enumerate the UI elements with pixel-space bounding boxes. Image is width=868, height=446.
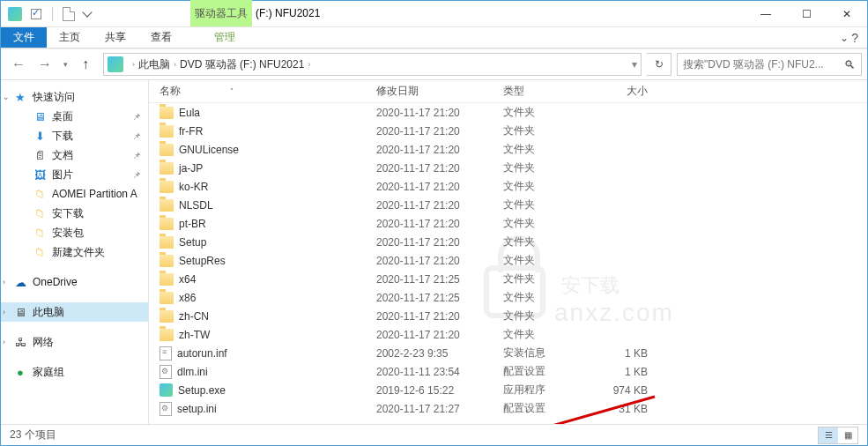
- file-row[interactable]: Eula2020-11-17 21:20文件夹: [149, 103, 867, 122]
- file-name: SetupRes: [179, 255, 226, 267]
- file-list[interactable]: Eula2020-11-17 21:20文件夹fr-FR2020-11-17 2…: [149, 103, 867, 424]
- col-header-date[interactable]: 修改日期: [376, 84, 503, 99]
- tab-share[interactable]: 共享: [93, 27, 138, 48]
- sidebar-network[interactable]: ›🖧︎网络: [1, 332, 148, 352]
- file-row[interactable]: Setup.exe2019-12-6 15:22应用程序974 KB: [149, 381, 867, 399]
- refresh-button[interactable]: ↻: [647, 53, 671, 76]
- file-size: 974 KB: [595, 384, 665, 397]
- file-date: 2020-11-17 21:20: [376, 162, 503, 175]
- address-bar[interactable]: › 此电脑 › DVD 驱动器 (F:) NFU2021 › ▾: [103, 53, 642, 76]
- file-row[interactable]: Setup2020-11-17 21:20文件夹: [149, 233, 867, 251]
- title-bar: 驱动器工具 DVD 驱动器 (F:) NFU2021 — ☐ ✕: [1, 1, 867, 27]
- sidebar-homegroup[interactable]: ●家庭组: [1, 362, 148, 382]
- view-details-button[interactable]: ☰: [819, 427, 838, 443]
- sidebar-anxiazai[interactable]: 📁︎安下载: [1, 204, 148, 223]
- file-row[interactable]: ja-JP2020-11-17 21:20文件夹: [149, 159, 867, 177]
- chevron-right-icon[interactable]: ›: [174, 60, 176, 69]
- sidebar-downloads[interactable]: ⬇下载📌︎: [1, 126, 148, 145]
- explorer-window: 驱动器工具 DVD 驱动器 (F:) NFU2021 — ☐ ✕ 文件 主页 共…: [0, 0, 868, 446]
- nav-back[interactable]: ←: [6, 52, 31, 77]
- maximize-button[interactable]: ☐: [786, 1, 827, 27]
- breadcrumb-drive[interactable]: DVD 驱动器 (F:) NFU2021: [180, 57, 304, 72]
- folder-icon: [160, 218, 174, 230]
- nav-pane[interactable]: ⌄★快速访问 🖥︎桌面📌︎ ⬇下载📌︎ 📄︎文档📌︎ 🖼︎图片📌︎ 📁︎AOME…: [1, 80, 149, 424]
- navigation-bar: ← → ▾ ↑ › 此电脑 › DVD 驱动器 (F:) NFU2021 › ▾…: [1, 48, 867, 80]
- nav-recent[interactable]: ▾: [59, 52, 71, 77]
- file-date: 2020-11-17 21:20: [376, 199, 503, 212]
- qat-properties[interactable]: [27, 5, 45, 23]
- file-name: ja-JP: [179, 162, 203, 175]
- folder-icon: [160, 181, 174, 193]
- nav-up[interactable]: ↑: [73, 52, 98, 77]
- file-date: 2020-11-17 21:20: [376, 255, 503, 267]
- ribbon-collapse[interactable]: ⌄ ?: [831, 27, 867, 48]
- sidebar-documents[interactable]: 📄︎文档📌︎: [1, 145, 148, 165]
- search-icon[interactable]: 🔍︎: [844, 58, 856, 71]
- file-name: dlm.ini: [177, 366, 208, 378]
- nav-forward[interactable]: →: [33, 52, 57, 77]
- tab-home[interactable]: 主页: [47, 27, 93, 48]
- sidebar-pictures[interactable]: 🖼︎图片📌︎: [1, 165, 148, 184]
- sidebar-packages[interactable]: 📁︎安装包: [1, 223, 148, 242]
- folder-icon: [160, 236, 174, 249]
- sidebar-thispc[interactable]: ›🖥︎此电脑: [1, 302, 148, 322]
- file-row[interactable]: SetupRes2020-11-17 21:20文件夹: [149, 251, 867, 270]
- app-icon[interactable]: [6, 5, 24, 23]
- file-row[interactable]: ko-KR2020-11-17 21:20文件夹: [149, 177, 867, 196]
- chevron-right-icon[interactable]: ›: [308, 60, 310, 69]
- sidebar-quick-access[interactable]: ⌄★快速访问: [1, 87, 148, 107]
- file-date: 2020-11-17 21:20: [376, 236, 503, 249]
- sidebar-desktop[interactable]: 🖥︎桌面📌︎: [1, 107, 148, 126]
- file-size: 1 KB: [595, 366, 665, 378]
- file-type: 安装信息: [503, 346, 595, 361]
- file-name: ko-KR: [179, 181, 208, 193]
- file-type: 文件夹: [503, 179, 595, 194]
- file-row[interactable]: fr-FR2020-11-17 21:20文件夹: [149, 122, 867, 140]
- sidebar-newfolder[interactable]: 📁︎新建文件夹: [1, 242, 148, 262]
- file-type: 应用程序: [503, 383, 595, 398]
- file-type: 文件夹: [503, 327, 595, 342]
- file-row[interactable]: x642020-11-17 21:25文件夹: [149, 270, 867, 288]
- file-row[interactable]: zh-TW2020-11-17 21:20文件夹: [149, 325, 867, 344]
- qat-new-folder[interactable]: [60, 5, 78, 23]
- file-name: setup.ini: [177, 403, 217, 415]
- ini-icon: [160, 365, 172, 379]
- sidebar-onedrive[interactable]: ›☁OneDrive: [1, 272, 148, 292]
- tab-file[interactable]: 文件: [1, 27, 47, 48]
- address-dropdown[interactable]: ▾: [632, 58, 637, 71]
- file-type: 文件夹: [503, 142, 595, 157]
- file-row[interactable]: x862020-11-17 21:25文件夹: [149, 288, 867, 307]
- file-row[interactable]: zh-CN2020-11-17 21:20文件夹: [149, 307, 867, 325]
- column-headers: 名称˄ 修改日期 类型 大小: [149, 80, 867, 103]
- search-box[interactable]: 🔍︎: [677, 53, 862, 76]
- col-header-name[interactable]: 名称˄: [160, 84, 376, 99]
- folder-icon: [160, 125, 174, 138]
- file-row[interactable]: GNULicense2020-11-17 21:20文件夹: [149, 140, 867, 159]
- qat-customize[interactable]: [81, 5, 93, 23]
- chevron-right-icon[interactable]: ›: [132, 60, 135, 69]
- window-controls: — ☐ ✕: [746, 1, 867, 27]
- file-row[interactable]: autorun.inf2002-2-23 9:35安装信息1 KB: [149, 344, 867, 362]
- file-date: 2020-11-17 21:20: [376, 144, 503, 156]
- file-row[interactable]: pt-BR2020-11-17 21:20文件夹: [149, 214, 867, 233]
- file-row[interactable]: setup.ini2020-11-17 21:27配置设置31 KB: [149, 399, 867, 418]
- quick-access-toolbar: [1, 5, 99, 23]
- file-date: 2020-11-17 21:27: [376, 403, 503, 415]
- breadcrumb-thispc[interactable]: 此电脑: [138, 57, 170, 72]
- close-button[interactable]: ✕: [827, 1, 867, 27]
- col-header-type[interactable]: 类型: [503, 84, 595, 99]
- file-date: 2020-11-17 21:25: [376, 273, 503, 286]
- minimize-button[interactable]: —: [746, 1, 786, 27]
- tab-manage[interactable]: 管理: [202, 27, 248, 48]
- file-type: 文件夹: [503, 290, 595, 305]
- view-thumbnails-button[interactable]: ▦: [838, 427, 857, 443]
- file-row[interactable]: dlm.ini2020-11-11 23:54配置设置1 KB: [149, 362, 867, 381]
- sidebar-aomei[interactable]: 📁︎AOMEI Partition A: [1, 184, 148, 204]
- file-row[interactable]: NLSDL2020-11-17 21:20文件夹: [149, 196, 867, 214]
- search-input[interactable]: [683, 58, 844, 71]
- file-date: 2020-11-11 23:54: [376, 366, 503, 378]
- tab-view[interactable]: 查看: [138, 27, 184, 48]
- file-date: 2020-11-17 21:25: [376, 292, 503, 304]
- col-header-size[interactable]: 大小: [595, 84, 665, 99]
- file-date: 2020-11-17 21:20: [376, 107, 503, 119]
